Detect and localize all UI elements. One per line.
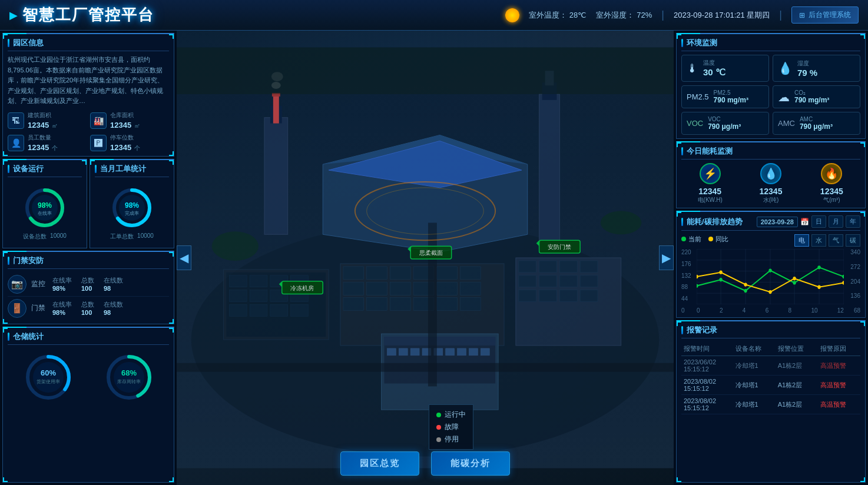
env-co2: ☁ CO₂ 790 mg/m³ <box>773 85 860 108</box>
divider2: | <box>779 9 782 21</box>
temp-env-value: 30 ℃ <box>703 67 725 78</box>
svg-rect-71 <box>580 261 598 273</box>
alarm-time-1: 2023/08/0215:15:12 <box>681 376 733 395</box>
main-title: 智慧工厂管控平台 <box>22 5 154 25</box>
security-title: 门禁安防 <box>8 255 169 269</box>
svg-point-95 <box>601 211 642 235</box>
disabled-dot <box>436 437 441 442</box>
status-legend: 运行中 故障 停用 <box>429 404 473 450</box>
svg-rect-73 <box>539 275 557 287</box>
environment-title: 环境监测 <box>681 38 860 51</box>
svg-rect-75 <box>580 275 598 287</box>
device-total-value: 10000 <box>50 232 67 241</box>
water-energy-icon: 💧 <box>760 163 781 184</box>
door-label: 门禁 <box>31 303 48 313</box>
temp-env-label: 温度 <box>703 59 725 67</box>
device-gauge-svg: 98% 在线率 <box>21 184 68 231</box>
bottom-buttons: 园区总览 能碳分析 <box>340 451 510 476</box>
svg-point-94 <box>212 231 259 261</box>
alarm-location-header: 报警位置 <box>776 342 818 356</box>
security-camera-row: 📷 监控 在线率 98% 总数 100 在线数 98 <box>8 273 169 297</box>
svg-rect-91 <box>481 348 489 356</box>
right-nav-arrow[interactable]: ▶ <box>659 245 674 270</box>
employee-icon: 👤 <box>8 135 24 151</box>
svg-text:安防门禁: 安防门禁 <box>548 244 571 250</box>
svg-point-12 <box>33 362 64 393</box>
temp-item: 室外温度： 28℃ <box>529 10 587 21</box>
left-panel: 园区信息 杭州现代工业园位于浙江省湖州市安吉县，面积约8,795.06亩。本数据… <box>0 31 177 485</box>
alarm-reason-2: 高温预警 <box>818 395 860 414</box>
chart-lines-svg <box>697 249 844 304</box>
svg-rect-79 <box>580 290 598 302</box>
fault-label: 故障 <box>445 422 459 432</box>
left-nav-arrow[interactable]: ◀ <box>177 245 191 270</box>
svg-rect-41 <box>250 290 267 302</box>
co2-icon: ☁ <box>778 90 790 104</box>
humidity-item: 室外湿度： 72% <box>596 10 652 21</box>
tab-electric[interactable]: 电 <box>794 234 809 247</box>
svg-text:冷冻机房: 冷冻机房 <box>290 285 314 291</box>
thermometer-icon: 🌡 <box>687 62 698 75</box>
security-door-row: 🚪 门禁 在线率 98% 总数 100 在线数 98 <box>8 297 169 320</box>
amc-value: 790 μg/m³ <box>800 122 833 131</box>
admin-btn-label: 后台管理系统 <box>809 10 851 20</box>
water-value: 12345 <box>742 187 799 196</box>
svg-point-128 <box>697 275 698 278</box>
svg-point-122 <box>719 278 722 281</box>
tab-water[interactable]: 水 <box>811 234 826 247</box>
env-humidity: 💧 湿度 79 % <box>773 55 860 82</box>
energy-electric: ⚡ 12345 电(KW.H) <box>681 163 738 204</box>
svg-text:98%: 98% <box>125 201 139 210</box>
alarm-reason-header: 报警原因 <box>818 342 860 356</box>
tab-gas[interactable]: 气 <box>829 234 843 247</box>
svg-rect-46 <box>270 304 288 316</box>
running-label: 运行中 <box>445 410 466 420</box>
camera-total-label: 总数 <box>81 276 94 285</box>
energy-today-panel: 今日能耗监测 ⚡ 12345 电(KW.H) 💧 12345 水(吨) 🔥 12… <box>676 141 866 208</box>
svg-rect-36 <box>229 275 247 287</box>
parking-unit: 个 <box>134 145 140 151</box>
trend-year-btn[interactable]: 年 <box>846 215 860 228</box>
warehouse-gauge-2-svg: 68% 库存周转率 <box>102 351 155 404</box>
trend-month-btn[interactable]: 月 <box>829 215 843 228</box>
alarm-location-2: A1栋2层 <box>776 395 818 414</box>
camera-label: 监控 <box>31 279 48 289</box>
chart-svg-container <box>697 249 844 304</box>
warehouse-value: 12345 <box>110 121 131 129</box>
datetime: 2023-09-28 17:01:21 星期四 <box>674 10 770 21</box>
door-stats: 在线率 98% 总数 100 在线数 98 <box>52 300 123 316</box>
pm25-icon: PM2.5 <box>687 92 709 101</box>
energy-analysis-button[interactable]: 能碳分析 <box>431 451 510 476</box>
building-unit: ㎡ <box>52 122 58 129</box>
park-info-panel: 园区信息 杭州现代工业园位于浙江省湖州市安吉县，面积约8,795.06亩。本数据… <box>2 33 174 157</box>
status-fault: 故障 <box>436 422 466 432</box>
door-icon: 🚪 <box>8 299 26 318</box>
svg-rect-82 <box>384 337 495 346</box>
svg-point-125 <box>793 281 796 284</box>
security-panel: 门禁安防 📷 监控 在线率 98% 总数 100 在线数 98 <box>2 251 174 324</box>
camera-online-rate-label: 在线率 <box>52 276 72 285</box>
svg-point-132 <box>793 277 796 280</box>
svg-rect-45 <box>250 304 267 316</box>
compare-legend-label: 同比 <box>715 235 728 242</box>
electric-label: 电(KW.H) <box>681 196 738 204</box>
door-online-rate-label: 在线率 <box>52 300 72 309</box>
warehouse-unit: ㎡ <box>134 122 140 129</box>
park-overview-button[interactable]: 园区总览 <box>340 451 419 476</box>
tab-carbon[interactable]: 碳 <box>846 234 860 247</box>
current-legend-label: 当前 <box>688 235 701 242</box>
main-layout: 园区信息 杭州现代工业园位于浙江省湖州市安吉县，面积约8,795.06亩。本数据… <box>0 31 868 485</box>
svg-text:完成率: 完成率 <box>125 211 139 216</box>
employee-label: 员工数量 <box>28 134 58 142</box>
warehouse-gauge-1-svg: 60% 货架使用率 <box>22 351 75 404</box>
door-online: 98 <box>104 309 123 316</box>
status-running: 运行中 <box>436 410 466 420</box>
svg-text:在线率: 在线率 <box>38 211 52 216</box>
compare-legend-dot <box>708 237 713 241</box>
trend-day-btn[interactable]: 日 <box>811 215 826 228</box>
svg-point-124 <box>768 268 771 272</box>
camera-online: 98 <box>104 285 123 292</box>
park-info-title: 园区信息 <box>8 38 169 51</box>
svg-point-131 <box>768 290 771 294</box>
admin-button[interactable]: ⊞ 后台管理系统 <box>791 6 859 24</box>
